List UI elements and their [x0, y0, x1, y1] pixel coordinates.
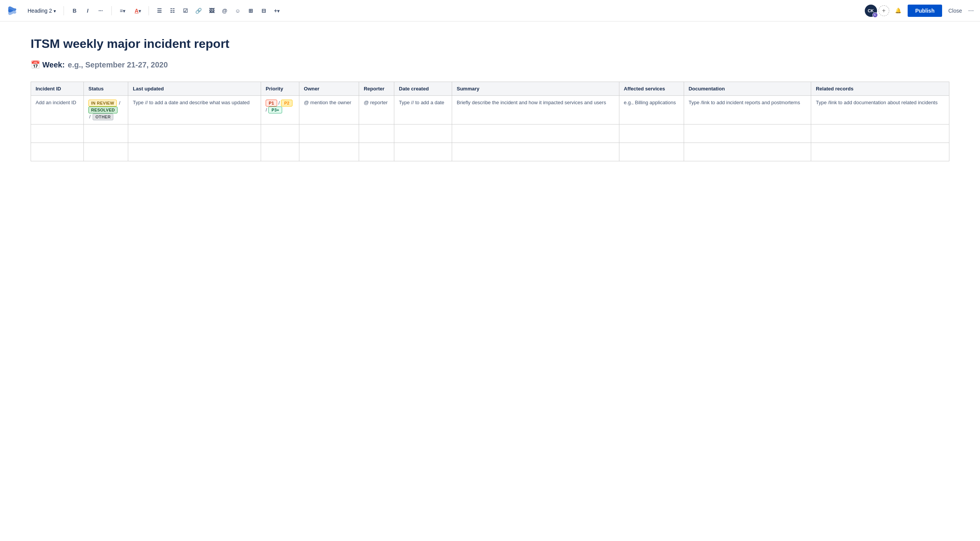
priority-badge-p3: P3+	[268, 107, 282, 113]
cell-date-created[interactable]	[394, 143, 452, 161]
cell-priority[interactable]	[261, 125, 299, 143]
checklist-icon: ☑	[183, 8, 188, 14]
cell-affected-services[interactable]	[619, 125, 684, 143]
heading-selector[interactable]: Heading 2	[24, 6, 59, 15]
more-format-icon: ···	[98, 8, 103, 14]
col-header-related-records: Related records	[811, 82, 949, 96]
table-row: Add an incident ID IN REVIEW / RESOLVED …	[31, 96, 949, 125]
toolbar-divider-3	[149, 6, 149, 15]
table-icon: ⊞	[248, 8, 253, 14]
link-icon: 🔗	[195, 8, 202, 14]
cell-affected-services[interactable]: e.g., Billing applications	[619, 96, 684, 125]
cell-incident-id[interactable]	[31, 143, 84, 161]
watch-button[interactable]: 🔔	[892, 5, 905, 17]
cell-reporter[interactable]	[359, 143, 394, 161]
cell-documentation[interactable]	[684, 125, 811, 143]
cell-incident-id[interactable]	[31, 125, 84, 143]
cell-affected-services[interactable]	[619, 143, 684, 161]
emoji-icon: ☺	[235, 8, 240, 14]
text-color-icon: A	[135, 8, 139, 14]
cell-related-records[interactable]	[811, 143, 949, 161]
text-color-button[interactable]: A	[132, 5, 144, 17]
align-button[interactable]: ≡	[116, 5, 129, 17]
cell-owner[interactable]	[299, 143, 359, 161]
more-insert-button[interactable]: +	[271, 5, 283, 17]
italic-button[interactable]: I	[82, 5, 94, 17]
cell-documentation[interactable]: Type /link to add incident reports and p…	[684, 96, 811, 125]
cell-documentation[interactable]	[684, 143, 811, 161]
more-options-button[interactable]: ···	[968, 7, 974, 15]
cell-summary[interactable]: Briefly describe the incident and how it…	[452, 96, 619, 125]
more-insert-chevron-icon	[277, 8, 279, 14]
chevron-down-icon	[54, 8, 56, 14]
publish-button[interactable]: Publish	[908, 5, 942, 17]
col-header-summary: Summary	[452, 82, 619, 96]
bold-icon: B	[73, 8, 77, 14]
cell-status[interactable]	[84, 125, 128, 143]
cell-status[interactable]: IN REVIEW / RESOLVED / OTHER	[84, 96, 128, 125]
badge-resolved: RESOLVED	[88, 107, 118, 113]
more-format-button[interactable]: ···	[95, 5, 107, 17]
bullet-list-button[interactable]: ☰	[154, 5, 166, 17]
heading-selector-label: Heading 2	[28, 8, 52, 14]
mention-button[interactable]: @	[219, 5, 231, 17]
link-button[interactable]: 🔗	[193, 5, 205, 17]
bold-button[interactable]: B	[69, 5, 81, 17]
emoji-button[interactable]: ☺	[232, 5, 244, 17]
col-header-date-created: Date created	[394, 82, 452, 96]
cell-owner[interactable]	[299, 125, 359, 143]
cell-related-records[interactable]: Type /link to add documentation about re…	[811, 96, 949, 125]
cell-priority[interactable]	[261, 143, 299, 161]
close-button[interactable]: Close	[945, 5, 965, 17]
avatar[interactable]: CK C	[865, 5, 877, 17]
cell-reporter[interactable]	[359, 125, 394, 143]
cell-priority[interactable]: P1 / P2 / P3+	[261, 96, 299, 125]
week-date[interactable]: e.g., September 21-27, 2020	[68, 61, 168, 69]
page-title[interactable]: ITSM weekly major incident report	[31, 37, 949, 51]
cell-last-updated[interactable]	[128, 143, 261, 161]
format-group: B I ···	[69, 5, 107, 17]
table-button[interactable]: ⊞	[245, 5, 257, 17]
close-label: Close	[948, 8, 962, 14]
cell-summary[interactable]	[452, 143, 619, 161]
toolbar-divider-1	[64, 6, 64, 15]
cell-related-records[interactable]	[811, 125, 949, 143]
image-button[interactable]: 🖼	[206, 5, 218, 17]
cell-incident-id[interactable]: Add an incident ID	[31, 96, 84, 125]
col-header-reporter: Reporter	[359, 82, 394, 96]
col-header-last-updated: Last updated	[128, 82, 261, 96]
avatar-initials: CK	[868, 8, 874, 13]
table-header-row: Incident ID Status Last updated Priority…	[31, 82, 949, 96]
cell-last-updated[interactable]	[128, 125, 261, 143]
app-logo[interactable]	[6, 5, 18, 17]
week-emoji-icon: 📅 Week:	[31, 60, 65, 69]
content-area: ITSM weekly major incident report 📅 Week…	[0, 21, 980, 541]
col-header-owner: Owner	[299, 82, 359, 96]
table-row	[31, 143, 949, 161]
numbered-list-button[interactable]: ☷	[167, 5, 179, 17]
cell-date-created[interactable]: Type // to add a date	[394, 96, 452, 125]
cell-date-created[interactable]	[394, 125, 452, 143]
incident-table: Incident ID Status Last updated Priority…	[31, 82, 949, 161]
layout-button[interactable]: ⊟	[258, 5, 270, 17]
numbered-list-icon: ☷	[170, 8, 175, 14]
week-line: 📅 Week: e.g., September 21-27, 2020	[31, 60, 949, 69]
more-options-icon: ···	[968, 7, 974, 15]
layout-icon: ⊟	[261, 8, 266, 14]
more-insert-icon: +	[274, 8, 277, 14]
checklist-button[interactable]: ☑	[180, 5, 192, 17]
toolbar-divider-2	[111, 6, 112, 15]
toolbar: Heading 2 B I ··· ≡ A	[0, 0, 980, 21]
priority-badge-p1: P1	[266, 100, 277, 107]
table-row	[31, 125, 949, 143]
bullet-list-icon: ☰	[157, 8, 162, 14]
cell-status[interactable]	[84, 143, 128, 161]
add-collaborator-button[interactable]: +	[879, 5, 889, 16]
cell-summary[interactable]	[452, 125, 619, 143]
cell-owner[interactable]: @ mention the owner	[299, 96, 359, 125]
insert-group: ☰ ☷ ☑ 🔗 🖼 @ ☺ ⊞ ⊟	[154, 5, 283, 17]
toolbar-right: CK C + 🔔 Publish Close ···	[865, 5, 974, 17]
col-header-priority: Priority	[261, 82, 299, 96]
cell-last-updated[interactable]: Type // to add a date and describe what …	[128, 96, 261, 125]
cell-reporter[interactable]: @ reporter	[359, 96, 394, 125]
